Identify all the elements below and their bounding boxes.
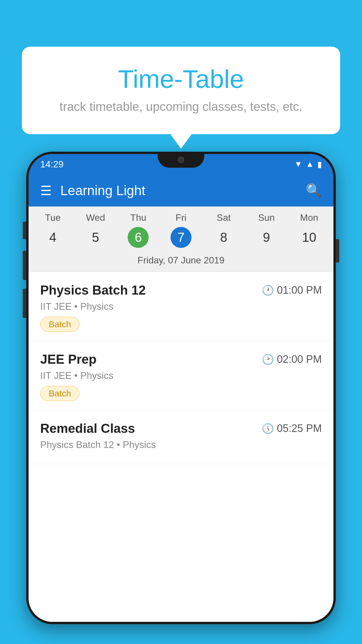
item-title-2: JEE Prep <box>40 352 96 367</box>
schedule-list: Physics Batch 12 🕐 01:00 PM IIT JEE • Ph… <box>29 272 333 622</box>
bubble-subtitle: track timetable, upcoming classes, tests… <box>36 100 326 114</box>
silent-button <box>23 289 26 318</box>
schedule-item-header-1: Physics Batch 12 🕐 01:00 PM <box>40 283 322 298</box>
batch-tag-1: Batch <box>40 317 80 332</box>
status-time: 14:29 <box>40 159 64 170</box>
schedule-item-header-3: Remedial Class 🕔 05:25 PM <box>40 421 322 436</box>
bubble-title: Time-Table <box>36 64 326 94</box>
day-name-sun: Sun <box>245 212 288 223</box>
signal-icon: ▲ <box>306 160 314 169</box>
selected-date-label: Friday, 07 June 2019 <box>29 253 333 272</box>
day-numbers-row: 4 5 6 7 8 9 10 <box>29 225 333 253</box>
item-time-1: 🕐 01:00 PM <box>262 284 322 296</box>
phone-container: 14:29 ▼ ▲ ▮ ☰ Learning Light 🔍 Tue Wed T… <box>26 152 336 644</box>
clock-icon-1: 🕐 <box>262 284 274 296</box>
app-bar: ☰ Learning Light 🔍 <box>29 174 333 206</box>
phone-frame: 14:29 ▼ ▲ ▮ ☰ Learning Light 🔍 Tue Wed T… <box>26 152 336 624</box>
wifi-icon: ▼ <box>294 160 303 169</box>
schedule-item-remedial[interactable]: Remedial Class 🕔 05:25 PM Physics Batch … <box>29 410 333 464</box>
day-9[interactable]: 9 <box>245 227 288 248</box>
day-name-fri: Fri <box>160 212 203 223</box>
day-8[interactable]: 8 <box>202 227 245 248</box>
day-names-row: Tue Wed Thu Fri Sat Sun Mon <box>29 206 333 225</box>
schedule-item-physics-batch-12[interactable]: Physics Batch 12 🕐 01:00 PM IIT JEE • Ph… <box>29 272 333 341</box>
item-time-3: 🕔 05:25 PM <box>262 422 322 435</box>
status-icons: ▼ ▲ ▮ <box>294 160 322 169</box>
search-icon[interactable]: 🔍 <box>306 183 322 198</box>
day-7-selected[interactable]: 7 <box>171 227 191 248</box>
schedule-item-header-2: JEE Prep 🕑 02:00 PM <box>40 352 322 367</box>
battery-icon: ▮ <box>317 160 322 169</box>
day-6-today[interactable]: 6 <box>128 227 149 248</box>
menu-icon[interactable]: ☰ <box>40 183 52 198</box>
item-title-1: Physics Batch 12 <box>40 283 146 298</box>
screen: 14:29 ▼ ▲ ▮ ☰ Learning Light 🔍 Tue Wed T… <box>29 154 333 622</box>
volume-up-button <box>23 222 26 239</box>
item-time-2: 🕑 02:00 PM <box>262 353 322 365</box>
clock-icon-3: 🕔 <box>262 423 274 434</box>
item-title-3: Remedial Class <box>40 421 135 436</box>
volume-down-button <box>23 251 26 280</box>
day-name-thu: Thu <box>117 212 160 223</box>
day-name-mon: Mon <box>288 212 331 223</box>
notch <box>158 152 204 168</box>
schedule-item-jee-prep[interactable]: JEE Prep 🕑 02:00 PM IIT JEE • Physics Ba… <box>29 341 333 410</box>
app-title: Learning Light <box>60 183 306 198</box>
calendar-strip: Tue Wed Thu Fri Sat Sun Mon 4 5 6 7 8 9 … <box>29 206 333 272</box>
speech-bubble: Time-Table track timetable, upcoming cla… <box>22 47 340 134</box>
batch-tag-2: Batch <box>40 386 80 401</box>
power-button <box>336 239 339 262</box>
day-4[interactable]: 4 <box>31 227 74 248</box>
day-name-wed: Wed <box>74 212 117 223</box>
day-10[interactable]: 10 <box>288 227 331 248</box>
item-subtitle-2: IIT JEE • Physics <box>40 370 322 381</box>
item-subtitle-1: IIT JEE • Physics <box>40 301 322 312</box>
item-subtitle-3: Physics Batch 12 • Physics <box>40 439 322 450</box>
front-camera <box>178 157 184 163</box>
day-5[interactable]: 5 <box>74 227 117 248</box>
clock-icon-2: 🕑 <box>262 354 274 365</box>
day-name-tue: Tue <box>31 212 74 223</box>
day-name-sat: Sat <box>202 212 245 223</box>
